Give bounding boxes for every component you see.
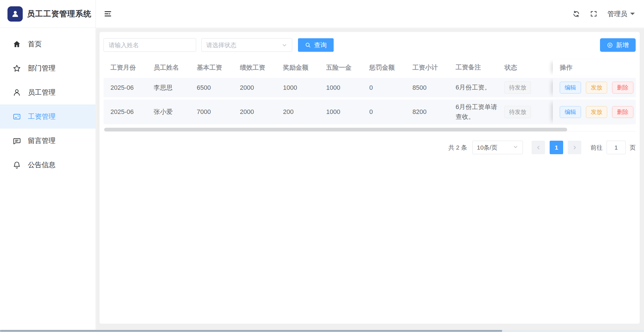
status-badge: 待发放	[505, 106, 531, 118]
sidebar-menu: 首页 部门管理 员工管理 工资管理 留言管理	[0, 28, 95, 177]
star-icon	[13, 64, 21, 72]
cell-insurance: 1000	[319, 78, 362, 97]
postcard-icon	[13, 112, 21, 121]
cell-month: 2025-06	[104, 78, 147, 97]
user-icon	[13, 88, 21, 97]
pagination-total: 共 2 条	[448, 144, 467, 152]
edit-button[interactable]: 编辑	[560, 106, 581, 118]
content-area: 请选择状态 查询 新增 工资月份 员工姓名	[96, 28, 644, 330]
cell-subtotal: 8500	[406, 78, 449, 97]
goto-page-input[interactable]	[607, 141, 626, 154]
column-header: 状态	[498, 59, 553, 76]
prev-page-button[interactable]	[532, 141, 545, 154]
cell-name: 张小爱	[147, 100, 190, 124]
delete-button[interactable]: 删除	[612, 106, 633, 118]
edit-button[interactable]: 编辑	[560, 82, 581, 94]
sidebar-item-employees[interactable]: 员工管理	[0, 80, 95, 104]
chevron-down-icon	[282, 42, 287, 48]
sidebar-item-departments[interactable]: 部门管理	[0, 56, 95, 80]
cell-status: 待发放	[498, 100, 553, 124]
page-size-select[interactable]: 10条/页	[472, 141, 523, 154]
sidebar-item-home[interactable]: 首页	[0, 32, 95, 56]
goto-suffix: 页	[630, 144, 636, 152]
status-select-placeholder: 请选择状态	[206, 41, 236, 49]
search-toolbar: 请选择状态 查询 新增	[104, 38, 636, 52]
search-button[interactable]: 查询	[298, 38, 334, 52]
caret-down-icon	[630, 13, 635, 17]
delete-button[interactable]: 删除	[612, 82, 633, 94]
cell-actions: 编辑 发放 删除	[553, 78, 636, 97]
column-header: 绩效工资	[233, 59, 276, 76]
chevron-down-icon	[513, 144, 518, 151]
refresh-icon[interactable]	[572, 10, 580, 18]
app-logo: 员工工资管理系统	[0, 0, 95, 28]
logo-user-icon	[7, 6, 23, 22]
column-header-actions: 操作	[553, 59, 636, 76]
pagination: 共 2 条 10条/页 1 前往 页	[104, 141, 636, 154]
fullscreen-icon[interactable]	[590, 10, 598, 18]
salary-card: 请选择状态 查询 新增 工资月份 员工姓名	[100, 32, 640, 324]
cell-penalty: 0	[362, 78, 406, 97]
topbar-actions: 管理员	[572, 9, 635, 18]
page-size-value: 10条/页	[477, 144, 497, 152]
cell-remark: 6月份工资。	[449, 78, 498, 97]
table-header-row: 工资月份 员工姓名 基本工资 绩效工资 奖励金额 五险一金 惩罚金额 工资小计 …	[104, 59, 636, 76]
issue-button[interactable]: 发放	[586, 82, 607, 94]
cell-base-salary: 7000	[190, 100, 233, 124]
add-button[interactable]: 新增	[600, 38, 636, 52]
cell-bonus: 200	[276, 100, 319, 124]
table-horizontal-scrollbar	[104, 128, 636, 131]
cell-actions: 编辑 发放 删除	[553, 100, 636, 124]
next-page-button[interactable]	[568, 141, 581, 154]
sidebar-item-messages[interactable]: 留言管理	[0, 129, 95, 153]
column-header: 工资备注	[449, 59, 498, 76]
chevron-right-icon	[572, 145, 578, 150]
cell-name: 李思思	[147, 78, 190, 97]
search-button-label: 查询	[314, 41, 327, 49]
name-search-input[interactable]	[104, 38, 196, 52]
admin-label: 管理员	[607, 9, 627, 18]
column-header: 五险一金	[319, 59, 362, 76]
column-header: 工资小计	[406, 59, 449, 76]
sidebar-item-label: 留言管理	[28, 136, 56, 145]
issue-button[interactable]: 发放	[586, 106, 607, 118]
cell-performance: 2000	[233, 78, 276, 97]
topbar: 管理员	[96, 0, 644, 28]
salary-table: 工资月份 员工姓名 基本工资 绩效工资 奖励金额 五险一金 惩罚金额 工资小计 …	[104, 59, 636, 131]
add-button-label: 新增	[616, 41, 629, 49]
page-horizontal-scrollbar[interactable]	[0, 330, 644, 332]
scrollbar-thumb[interactable]	[104, 128, 567, 131]
scrollbar-thumb[interactable]	[0, 330, 502, 332]
column-header: 员工姓名	[147, 59, 190, 76]
cell-penalty: 0	[362, 100, 406, 124]
message-icon	[13, 137, 21, 145]
bell-icon	[13, 161, 21, 169]
cell-remark: 6月份工资单请查收。	[449, 100, 498, 124]
sidebar: 员工工资管理系统 首页 部门管理 员工管理 工资管理	[0, 0, 96, 330]
status-badge: 待发放	[505, 81, 531, 94]
page-number-button[interactable]: 1	[550, 141, 563, 154]
column-header: 基本工资	[190, 59, 233, 76]
cell-subtotal: 8200	[406, 100, 449, 124]
cell-status: 待发放	[498, 78, 553, 97]
column-header: 惩罚金额	[362, 59, 406, 76]
sidebar-item-announcements[interactable]: 公告信息	[0, 153, 95, 177]
table-row: 2025-06 张小爱 7000 2000 200 1000 0 8200 6月…	[104, 100, 636, 124]
sidebar-item-label: 部门管理	[28, 64, 56, 73]
column-header: 奖励金额	[276, 59, 319, 76]
goto-label: 前往	[591, 144, 603, 152]
sidebar-item-salary[interactable]: 工资管理	[0, 104, 95, 129]
admin-dropdown[interactable]: 管理员	[607, 9, 635, 18]
search-icon	[305, 42, 311, 48]
cell-performance: 2000	[233, 100, 276, 124]
app-title: 员工工资管理系统	[27, 9, 91, 19]
table-row: 2025-06 李思思 6500 2000 1000 1000 0 8500 6…	[104, 78, 636, 97]
sidebar-item-label: 员工管理	[28, 88, 56, 97]
sidebar-fold-icon[interactable]	[103, 9, 113, 19]
circle-plus-icon	[607, 42, 613, 48]
home-icon	[13, 40, 21, 48]
column-header: 工资月份	[104, 59, 147, 76]
sidebar-item-label: 首页	[28, 39, 42, 49]
cell-month: 2025-06	[104, 100, 147, 124]
status-select[interactable]: 请选择状态	[201, 38, 292, 52]
